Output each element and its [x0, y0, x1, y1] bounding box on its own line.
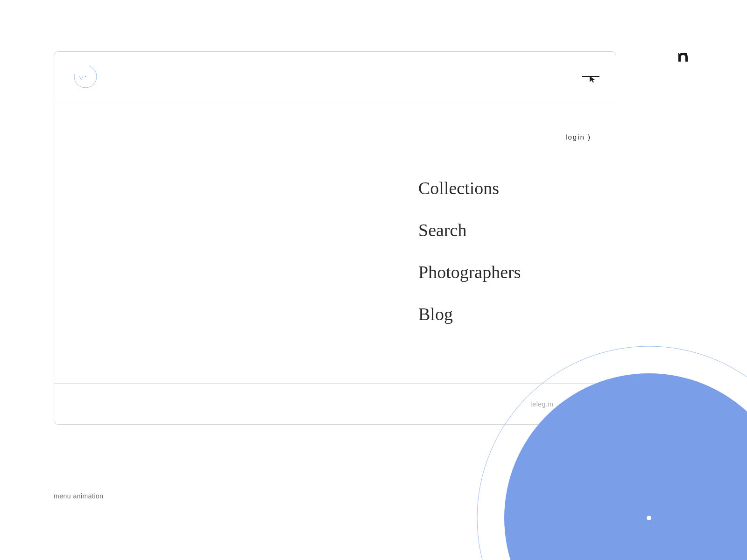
logo-icon[interactable] [73, 64, 98, 89]
menu-toggle-icon[interactable] [581, 67, 599, 86]
svg-point-5 [647, 516, 651, 520]
nav-links: Collections Search Photographers Blog [418, 178, 521, 324]
nav-link-collections[interactable]: Collections [418, 178, 521, 198]
nav-link-search[interactable]: Search [418, 220, 521, 240]
svg-point-4 [504, 373, 747, 560]
main-content: login ) Collections Search Photographers… [54, 101, 616, 383]
login-link[interactable]: login ) [565, 133, 591, 141]
caption-label: menu animation [54, 492, 104, 500]
cursor-icon [589, 76, 596, 85]
nav-link-photographers[interactable]: Photographers [418, 262, 521, 282]
decorative-circle-icon [476, 345, 747, 560]
header [54, 52, 616, 101]
svg-point-2 [684, 53, 687, 56]
nav-link-blog[interactable]: Blog [418, 304, 521, 324]
brand-icon [677, 51, 689, 63]
svg-point-1 [85, 76, 86, 77]
